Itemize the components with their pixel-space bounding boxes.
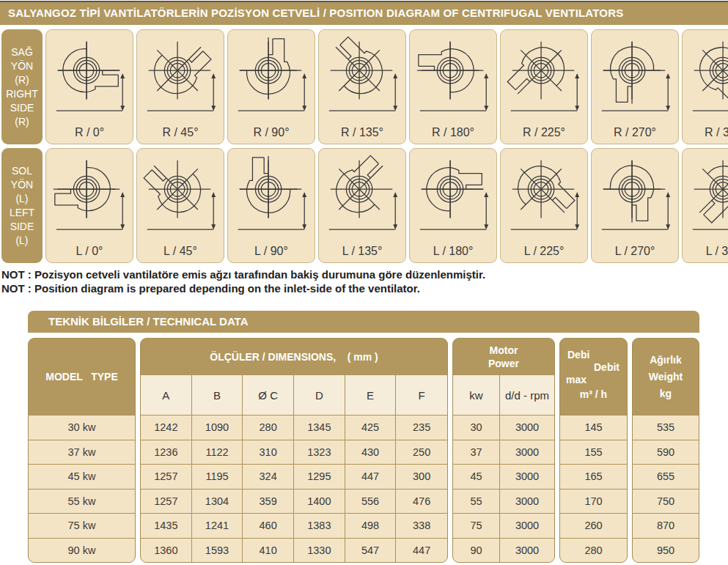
fan-diagram-r-45	[139, 34, 222, 122]
dimensions-block: ÖLÇÜLER / DIMENSIONS, ( mm ) ABØ CDEF 12…	[140, 338, 448, 563]
dimension-column-header: B	[192, 375, 243, 415]
fan-position-label: R / 45°	[162, 126, 198, 141]
fan-diagram-r-180	[411, 34, 495, 122]
technical-data-table: MODEL TYPE 30 kw37 kw45 kw55 kw75 kw90 k…	[28, 338, 699, 563]
dimension-cell: 324	[243, 464, 294, 489]
dimension-cell: 447	[345, 464, 397, 489]
page: SALYANGOZ TİPİ VANTİLATÖRLERİN POZİSYON …	[0, 1, 728, 563]
motor-column-header: d/d - rpm	[500, 375, 554, 415]
fan-position-cell: L / 135°	[318, 148, 406, 263]
motor-cell: 55	[453, 489, 500, 514]
dimension-cell: 1435	[141, 513, 192, 538]
dimension-column-header: E	[345, 375, 397, 415]
weight-body: 535590655750870950	[633, 415, 699, 562]
fan-position-cell: L / 0°	[45, 148, 133, 263]
fan-position-cell: L / 315°	[682, 148, 728, 263]
model-cell: 30 kw	[29, 415, 135, 440]
model-column-block: MODEL TYPE 30 kw37 kw45 kw55 kw75 kw90 k…	[28, 338, 136, 563]
dimension-column-header: Ø C	[243, 375, 294, 415]
dimension-cell: 1236	[141, 440, 192, 465]
motor-body: 303000373000453000553000753000903000	[453, 415, 554, 562]
notes: NOT : Pozisyon cetveli vantilatöre emis …	[1, 267, 728, 295]
dimension-cell: 250	[396, 440, 447, 465]
fan-position-cell: L / 180°	[409, 148, 497, 263]
dimension-column-header: F	[396, 375, 447, 415]
weight-cell: 870	[633, 513, 699, 538]
motor-power-block: Motor Power kwd/d - rpm 3030003730004530…	[452, 338, 555, 563]
fan-position-label: L / 315°	[706, 245, 728, 259]
model-cell: 45 kw	[29, 464, 135, 489]
dimension-cell: 1593	[192, 538, 243, 563]
fan-position-label: L / 180°	[433, 245, 474, 259]
page-title: SALYANGOZ TİPİ VANTİLATÖRLERİN POZİSYON …	[0, 1, 728, 25]
dimension-cell: 556	[345, 489, 397, 514]
fan-position-label: L / 270°	[615, 245, 655, 259]
dimension-cell: 1400	[294, 489, 345, 514]
dimension-cell: 1323	[294, 440, 345, 465]
weight-header-line3: kg	[660, 388, 672, 399]
dimension-cell: 1360	[141, 538, 192, 563]
side-label-r: SAĞ YÖN (R) RIGHT SIDE (R)	[1, 29, 43, 144]
weight-header-line1: Ağırlık	[650, 354, 682, 366]
debit-cell: 170	[560, 489, 627, 514]
fan-position-label: L / 90°	[254, 245, 288, 259]
motor-cell: 3000	[500, 538, 554, 563]
dimension-cell: 280	[243, 415, 294, 440]
motor-column-header: kw	[453, 375, 500, 415]
fan-diagram-r-90	[229, 34, 313, 122]
fan-position-label: R / 270°	[614, 126, 656, 141]
fan-diagram-l-90	[229, 152, 313, 240]
dimension-cell: 476	[396, 489, 447, 514]
motor-cell: 37	[453, 440, 500, 465]
fan-position-cell: R / 135°	[318, 29, 406, 144]
motor-cell: 45	[453, 464, 500, 489]
fan-position-label: R / 180°	[432, 126, 474, 141]
fan-position-label: R / 90°	[253, 126, 289, 141]
weight-cell: 590	[633, 440, 699, 465]
motor-cell: 30	[453, 415, 500, 440]
fan-diagram-l-225	[502, 152, 586, 240]
weight-cell: 535	[633, 415, 699, 440]
weight-cell: 750	[633, 489, 699, 514]
dimensions-header: ÖLÇÜLER / DIMENSIONS, ( mm )	[141, 339, 447, 375]
fan-diagram-l-45	[139, 152, 222, 240]
motor-power-header: Motor Power	[453, 339, 554, 375]
dimension-cell: 410	[243, 538, 294, 563]
note-english: NOT : Position diagram is prepared depen…	[1, 281, 728, 295]
debit-cell: 280	[560, 538, 627, 563]
fan-position-label: L / 45°	[163, 245, 197, 259]
fan-diagram-r-0	[48, 34, 131, 122]
weight-cell: 950	[633, 538, 699, 563]
model-type-header: MODEL TYPE	[29, 339, 135, 415]
dimensions-subheader: ABØ CDEF	[141, 375, 447, 415]
dimension-cell: 1304	[192, 489, 243, 514]
dimension-cell: 460	[243, 513, 294, 538]
dimension-cell: 310	[243, 440, 294, 465]
dimension-cell: 1242	[141, 415, 192, 440]
fan-diagram-r-135	[320, 34, 404, 122]
fan-diagram-l-270	[593, 152, 677, 240]
note-turkish: NOT : Pozisyon cetveli vantilatöre emis …	[1, 267, 728, 281]
technical-data-title: TEKNİK BİLGİLER / TECHNICAL DATA	[28, 311, 699, 333]
dimension-cell: 1345	[294, 415, 345, 440]
fan-position-label: R / 225°	[523, 126, 565, 141]
debit-header-debit: Debit	[560, 361, 627, 374]
fan-position-cell: L / 270°	[591, 148, 679, 263]
dimension-cell: 300	[396, 464, 447, 489]
fan-diagram-r-270	[593, 34, 677, 122]
dimension-cell: 1090	[192, 415, 243, 440]
fan-diagram-l-180	[411, 152, 495, 240]
dimension-cell: 338	[396, 513, 447, 538]
fan-position-label: L / 225°	[524, 245, 565, 259]
model-cell: 75 kw	[29, 513, 135, 538]
motor-subheader: kwd/d - rpm	[453, 375, 554, 415]
motor-cell: 75	[453, 513, 500, 538]
weight-block: Ağırlık Weight kg 535590655750870950	[632, 338, 699, 563]
motor-power-header-line1: Motor	[490, 344, 518, 357]
debit-block: Debi Debit max m³ / h 145155165170260280	[559, 338, 628, 563]
fan-diagram-l-135	[320, 152, 404, 240]
dimension-column-header: A	[141, 375, 192, 415]
model-column-body: 30 kw37 kw45 kw55 kw75 kw90 kw	[29, 415, 135, 562]
dimension-cell: 1122	[192, 440, 243, 465]
debit-header-unit: m³ / h	[560, 386, 627, 401]
